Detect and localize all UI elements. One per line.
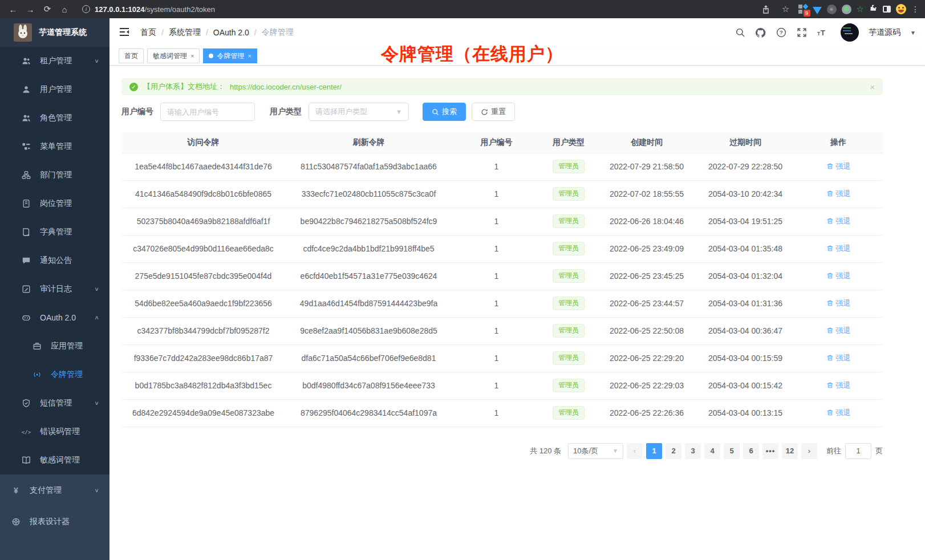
force-logout-button[interactable]: 强退: [826, 298, 851, 309]
font-size-icon[interactable]: TT: [817, 27, 827, 38]
sidebar-item-label: 岗位管理: [40, 198, 72, 209]
sidebar-item-notice[interactable]: 通知公告: [0, 246, 109, 275]
search-button[interactable]: 搜索: [423, 103, 466, 121]
sidebar-item-user[interactable]: 用户管理: [0, 75, 109, 104]
table-row: 54d6be82ee5a460a9aedc1f9bf22365649d1aa46…: [121, 290, 883, 317]
sidebar-item-oauth2-app[interactable]: 应用管理: [0, 332, 109, 360]
page-button-3[interactable]: 3: [685, 443, 701, 459]
user-id-cell: 1: [452, 290, 541, 317]
tab-首页[interactable]: 首页: [119, 48, 144, 63]
sidebar-item-dept[interactable]: 部门管理: [0, 161, 109, 189]
create-time-cell: 2022-06-25 22:29:20: [597, 344, 697, 372]
page-button-1[interactable]: 1: [646, 443, 662, 459]
user-avatar[interactable]: [841, 23, 859, 42]
sidebar-item-sms[interactable]: 短信管理∨: [0, 389, 109, 417]
expire-time-cell: 2054-03-04 00:15:42: [697, 372, 794, 399]
bookmark-star-icon[interactable]: ☆: [778, 2, 793, 16]
pagination-ellipsis[interactable]: •••: [762, 443, 778, 459]
prev-page-button[interactable]: ‹: [627, 443, 643, 459]
browser-home-icon[interactable]: ⌂: [57, 2, 72, 16]
sidebar-item-oauth2-token[interactable]: 令牌管理: [0, 360, 109, 389]
page-button-12[interactable]: 12: [782, 443, 798, 459]
force-logout-button[interactable]: 强退: [826, 353, 851, 363]
share-icon[interactable]: [758, 2, 773, 16]
profile-avatar-icon[interactable]: [896, 4, 906, 14]
sidebar-item-label: 短信管理: [40, 398, 72, 408]
page-button-4[interactable]: 4: [704, 443, 720, 459]
browser-back-icon[interactable]: ←: [6, 2, 21, 16]
sidebar-item-label: 部门管理: [40, 170, 72, 180]
sidebar-item-oauth2[interactable]: OAuth 2.0∧: [0, 303, 109, 332]
sidebar-item-tenant[interactable]: 租户管理∨: [0, 47, 109, 75]
tab-敏感词管理[interactable]: 敏感词管理×: [147, 48, 200, 63]
github-icon[interactable]: [755, 27, 766, 38]
goto-page-input[interactable]: [845, 443, 871, 459]
green-dot-extension-icon[interactable]: [842, 5, 851, 14]
green-star-extension-icon[interactable]: ☆: [857, 4, 864, 14]
sidebar-item-sensitive-word[interactable]: 敏感词管理: [0, 446, 109, 474]
sidebar-collapse-icon[interactable]: [119, 26, 131, 39]
breadcrumb-item-1[interactable]: 系统管理: [169, 27, 201, 38]
force-logout-button[interactable]: 强退: [826, 216, 851, 226]
browser-forward-icon[interactable]: →: [23, 2, 38, 16]
address-bar[interactable]: i 127.0.0.1:1024/system/oauth2/token: [82, 5, 756, 14]
page-button-2[interactable]: 2: [666, 443, 681, 459]
tab-group-icon[interactable]: [883, 6, 891, 13]
access-token-cell: c342377bf8b344799dcbf7bf095287f2: [121, 317, 285, 344]
dark-extension-icon[interactable]: ✳: [827, 5, 837, 14]
search-icon[interactable]: [735, 27, 745, 38]
browser-menu-icon[interactable]: ⋮: [911, 5, 919, 14]
tab-close-icon[interactable]: ×: [190, 52, 194, 59]
alert-close-icon[interactable]: ×: [870, 82, 875, 92]
sidebar-item-dict[interactable]: 字典管理: [0, 218, 109, 246]
sidebar-item-post[interactable]: 岗位管理: [0, 189, 109, 218]
sidebar-item-error-code[interactable]: </>错误码管理: [0, 417, 109, 446]
page-button-6[interactable]: 6: [743, 443, 759, 459]
alert-doc-link[interactable]: https://doc.iocoder.cn/user-center/: [230, 83, 342, 91]
sidebar-item-role[interactable]: 角色管理: [0, 104, 109, 132]
page-size-select[interactable]: 10条/页 ▼: [568, 443, 623, 459]
breadcrumb-item-0[interactable]: 首页: [140, 27, 156, 38]
next-page-button[interactable]: ›: [801, 443, 817, 459]
tab-令牌管理[interactable]: 令牌管理×: [203, 48, 257, 63]
user-type-select[interactable]: 请选择用户类型 ▼: [309, 103, 409, 121]
user-id-input[interactable]: [160, 103, 255, 121]
expire-time-cell: 2054-03-04 01:35:48: [697, 235, 794, 262]
app-logo-row[interactable]: 芋道管理系统: [0, 18, 109, 47]
force-logout-button[interactable]: 强退: [826, 380, 851, 391]
force-logout-button[interactable]: 强退: [826, 326, 851, 336]
force-logout-button[interactable]: 强退: [826, 244, 851, 254]
sidebar-item-audit-log[interactable]: 审计日志∨: [0, 275, 109, 303]
user-id-cell: 1: [452, 180, 541, 208]
refresh-token-cell: cdfc4ce9c2da4bb1bdf21b9918ff4be5: [285, 235, 452, 262]
sidebar-item-label: OAuth 2.0: [40, 313, 76, 322]
sidebar-item-menu[interactable]: 菜单管理: [0, 132, 109, 161]
action-cell: 强退: [794, 317, 883, 344]
sidebar-item-report[interactable]: 报表设计器: [0, 506, 109, 537]
extensions-puzzle-icon[interactable]: [869, 4, 878, 14]
force-logout-button[interactable]: 强退: [826, 189, 851, 199]
page-button-5[interactable]: 5: [724, 443, 740, 459]
gem-extension-icon[interactable]: [813, 7, 822, 14]
browser-reload-icon[interactable]: ⟳: [40, 2, 55, 16]
sidebar-item-pay[interactable]: ¥支付管理∨: [0, 474, 109, 506]
sidebar-item-label: 字典管理: [40, 227, 72, 237]
site-info-icon[interactable]: i: [82, 5, 90, 13]
tenant-icon: [22, 56, 31, 66]
fullscreen-icon[interactable]: [796, 27, 807, 38]
menu-icon: [22, 142, 31, 151]
tab-close-icon[interactable]: ×: [248, 52, 251, 59]
refresh-token-cell: 333ecfc71e02480cb11055c875c3ca0f: [285, 180, 452, 208]
extension-grid-icon[interactable]: 9: [798, 5, 808, 14]
help-icon[interactable]: ?: [776, 27, 786, 38]
chevron-up-icon: ∧: [94, 314, 99, 320]
user-menu-caret-icon[interactable]: ▼: [910, 30, 916, 36]
user-type-badge: 管理员: [553, 214, 585, 228]
force-logout-button[interactable]: 强退: [826, 271, 851, 281]
force-logout-button[interactable]: 强退: [826, 161, 851, 172]
force-logout-button[interactable]: 强退: [826, 408, 851, 418]
tab-label: 敏感词管理: [153, 51, 187, 61]
reset-button[interactable]: 重置: [472, 103, 515, 121]
success-check-icon: ✓: [129, 83, 138, 91]
breadcrumb-item-2[interactable]: OAuth 2.0: [213, 28, 249, 37]
